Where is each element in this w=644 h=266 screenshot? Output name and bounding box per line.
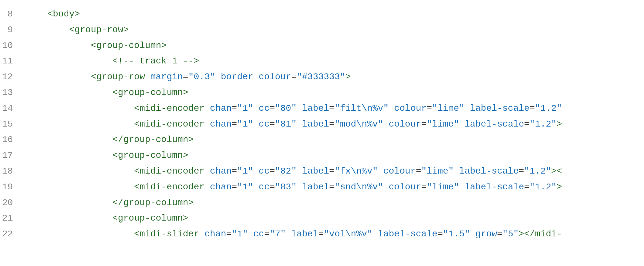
tag-name-token: group-column <box>118 150 183 160</box>
attr-name-token: label <box>302 103 329 113</box>
indent-token <box>26 213 112 223</box>
line-number: 8 <box>0 7 26 22</box>
equals-token: = <box>291 72 297 82</box>
comment-token: <!-- track 1 --> <box>112 56 199 66</box>
attr-value-token: "1" <box>237 166 253 176</box>
attr-value-token: "snd\n%v" <box>335 182 383 192</box>
tag-bracket-token: < <box>112 213 118 223</box>
code-line: 13 <group-column> <box>0 85 644 101</box>
attr-value-token: "1.2" <box>535 103 562 113</box>
equals-token: = <box>232 119 237 129</box>
attr-name-token: cc <box>259 103 270 113</box>
tag-name-token: midi-encoder <box>140 103 205 113</box>
tag-bracket-token: < <box>91 41 96 51</box>
line-number: 10 <box>0 39 26 53</box>
equals-token: = <box>519 166 524 176</box>
equals-token: = <box>269 119 275 129</box>
attr-name-token: margin <box>151 72 183 82</box>
equals-token: = <box>232 166 237 176</box>
attr-value-token: "lime" <box>427 182 459 192</box>
code-content: <!-- track 1 --> <box>26 54 644 69</box>
tag-name-token: midi-encoder <box>140 119 205 129</box>
tag-bracket-token: > <box>345 72 351 82</box>
tag-bracket-token: > <box>183 150 188 160</box>
code-line: 14 <midi-encoder chan="1" cc="80" label=… <box>0 101 644 117</box>
attr-name-token: cc <box>259 166 270 176</box>
equals-token: = <box>421 119 427 129</box>
attr-value-token: "1.2" <box>530 119 557 129</box>
tag-bracket-token: < <box>134 119 140 129</box>
tag-bracket-token: > <box>557 119 562 129</box>
space-token <box>215 72 221 82</box>
code-content: <midi-encoder chan="1" cc="82" label="fx… <box>26 164 644 179</box>
indent-token <box>26 9 47 19</box>
code-content: <midi-encoder chan="1" cc="80" label="fi… <box>26 101 644 116</box>
line-number: 19 <box>0 180 26 195</box>
space-token <box>253 166 259 176</box>
space-token <box>459 182 464 192</box>
tag-bracket-token: < <box>69 25 74 35</box>
tag-bracket-token: > <box>188 198 194 208</box>
attr-name-token: border <box>221 72 253 82</box>
code-content: <midi-encoder chan="1" cc="83" label="sn… <box>26 180 644 195</box>
code-line: 18 <midi-encoder chan="1" cc="82" label=… <box>0 164 644 179</box>
tag-bracket-token: < <box>134 103 140 113</box>
code-line: 20 </group-column> <box>0 195 644 211</box>
tag-name-token: group-column <box>123 198 188 208</box>
code-content: <group-column> <box>26 86 644 100</box>
attr-value-token: "82" <box>275 166 297 176</box>
indent-token <box>26 150 112 160</box>
attr-name-token: grow <box>475 229 497 239</box>
tag-bracket-token: >< <box>551 166 562 176</box>
code-content: </group-column> <box>26 196 644 210</box>
tag-bracket-token: </ <box>112 135 123 145</box>
equals-token: = <box>269 182 275 192</box>
space-token <box>383 182 389 192</box>
tag-name-token: midi-slider <box>140 229 199 239</box>
tag-bracket-token: < <box>91 72 96 82</box>
code-line: 17 <group-column> <box>0 148 644 164</box>
attr-name-token: chan <box>210 119 231 129</box>
code-content: <group-column> <box>26 211 644 226</box>
code-content: <body> <box>26 7 644 22</box>
line-number: 15 <box>0 117 26 132</box>
space-token <box>464 103 470 113</box>
attr-value-token: "1.2" <box>524 166 551 176</box>
space-token <box>297 119 302 129</box>
attr-name-token: label <box>302 182 329 192</box>
indent-token <box>26 182 134 192</box>
tag-name-token: group-row <box>74 25 123 35</box>
attr-value-token: "lime" <box>421 166 454 176</box>
indent-token <box>26 135 112 145</box>
attr-value-token: "fx\n%v" <box>335 166 378 176</box>
equals-token: = <box>226 229 232 239</box>
line-number: 21 <box>0 211 26 226</box>
code-line: 11 <!-- track 1 --> <box>0 53 644 69</box>
space-token <box>297 182 302 192</box>
attr-name-token: cc <box>259 119 270 129</box>
tag-bracket-token: < <box>134 166 140 176</box>
attr-name-token: cc <box>259 182 270 192</box>
equals-token: = <box>269 166 275 176</box>
tag-bracket-token: < <box>134 182 140 192</box>
equals-token: = <box>318 229 324 239</box>
code-content: <midi-encoder chan="1" cc="81" label="mo… <box>26 117 644 132</box>
tag-name-token: group-row <box>96 72 145 82</box>
tag-bracket-token: ></midi- <box>519 229 562 239</box>
tag-bracket-token: < <box>47 9 53 19</box>
space-token <box>373 229 378 239</box>
attr-value-token: "1" <box>237 119 253 129</box>
attr-name-token: colour <box>259 72 291 82</box>
tag-name-token: group-column <box>118 88 183 98</box>
indent-token <box>26 229 134 239</box>
line-number: 20 <box>0 196 26 210</box>
attr-value-token: "1" <box>237 182 253 192</box>
line-number: 14 <box>0 101 26 116</box>
attr-value-token: "1" <box>232 229 248 239</box>
attr-value-token: "1.2" <box>530 182 557 192</box>
space-token <box>297 103 302 113</box>
indent-token <box>26 103 134 113</box>
tag-name-token: group-column <box>123 135 188 145</box>
code-line: 22 <midi-slider chan="1" cc="7" label="v… <box>0 226 644 242</box>
space-token <box>199 229 205 239</box>
